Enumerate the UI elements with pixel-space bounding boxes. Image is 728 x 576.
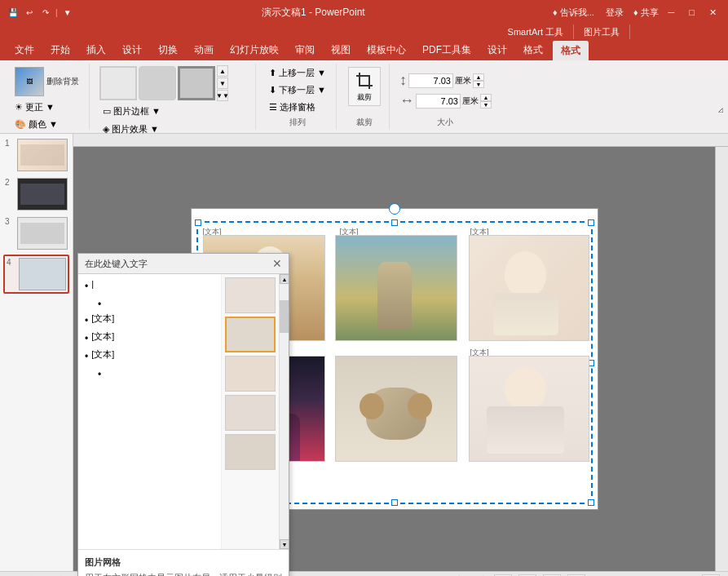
- tab-design[interactable]: 设计: [114, 39, 150, 60]
- style-thumb-2[interactable]: [139, 66, 176, 100]
- save-icon[interactable]: 💾: [7, 6, 20, 19]
- color-btn[interactable]: 🎨 颜色 ▼: [11, 117, 82, 132]
- sub-bullet-dot-1: •: [98, 299, 101, 310]
- smartart-panel-desc: 图片网格 用于在方形网格中显示图片布局。适用于少量级别 1 文本显示在图片上方的…: [78, 549, 289, 576]
- sub-bullet-input-1[interactable]: [104, 297, 217, 307]
- correction-label: 更正 ▼: [25, 101, 55, 113]
- tab-review[interactable]: 审阅: [287, 39, 323, 60]
- maximize-btn[interactable]: □: [684, 6, 699, 19]
- scroll-down-btn[interactable]: ▼: [280, 539, 289, 549]
- handle-bm[interactable]: [391, 499, 398, 506]
- smartart-panel-close-btn[interactable]: ✕: [272, 257, 282, 270]
- smartart-thumb-3[interactable]: [225, 356, 276, 392]
- slide-thumb-2[interactable]: 2: [3, 176, 69, 212]
- undo-icon[interactable]: ↩: [23, 6, 36, 19]
- smartart-thumb-5[interactable]: [225, 434, 276, 470]
- share-btn[interactable]: ♦ 共享: [633, 7, 659, 19]
- height-icon: ↕: [399, 72, 407, 89]
- correction-btn[interactable]: ☀ 更正 ▼: [11, 100, 82, 115]
- tab-transition[interactable]: 切换: [150, 39, 186, 60]
- tab-smartart-format[interactable]: 格式: [515, 39, 551, 60]
- handle-br[interactable]: [588, 499, 594, 506]
- ribbon: 🖼 删除背景 ☀ 更正 ▼ 🎨 颜色 ▼ ✦ 艺术效果 ▼ 调整: [0, 60, 728, 134]
- handle-tl[interactable]: [195, 219, 201, 226]
- crop-group-label: 裁剪: [356, 117, 373, 128]
- ribbon-group-size: ↕ 厘米 ▲ ▼ ↔ 厘米 ▲ ▼ 大小: [393, 64, 498, 130]
- style-scroll-up[interactable]: ▲: [217, 65, 228, 77]
- tab-insert[interactable]: 插入: [78, 39, 114, 60]
- tool-labels: SmartArt 工具 图片工具: [0, 24, 728, 39]
- smartart-text-area: • • • • •: [78, 274, 222, 549]
- smartart-panel: 在此处键入文字 ✕ • • • •: [77, 253, 289, 576]
- style-thumb-3[interactable]: [178, 66, 215, 100]
- correction-icon: ☀: [15, 102, 23, 113]
- slide-thumb-4[interactable]: 4: [3, 255, 69, 294]
- picture-tool-label: 图片工具: [574, 24, 630, 39]
- customize-icon[interactable]: ▼: [61, 6, 74, 19]
- style-scroll-down[interactable]: ▼: [217, 78, 228, 89]
- photo-cell-2[interactable]: [335, 235, 457, 341]
- remove-background-btn[interactable]: 🖼 删除背景: [11, 65, 82, 98]
- smartart-tool-label: SmartArt 工具: [498, 24, 574, 39]
- width-unit: 厘米: [462, 95, 479, 107]
- tab-animation[interactable]: 动画: [186, 39, 222, 60]
- slide-thumb-3[interactable]: 3: [3, 215, 69, 251]
- signin-btn[interactable]: 登录: [606, 7, 624, 19]
- width-down-btn[interactable]: ▼: [480, 101, 492, 109]
- app-title: 演示文稿1 - PowerPoint: [262, 6, 365, 20]
- bullet-input-4[interactable]: [91, 349, 214, 359]
- picture-border-btn[interactable]: ▭ 图片边框 ▼: [99, 104, 164, 119]
- tab-home[interactable]: 开始: [42, 39, 78, 60]
- remove-bg-label: 删除背景: [46, 76, 79, 87]
- handle-tm[interactable]: [391, 219, 398, 226]
- smartart-thumb-1[interactable]: [225, 277, 276, 313]
- move-down-btn[interactable]: ⬇ 下移一层 ▼: [266, 82, 329, 98]
- tab-slideshow[interactable]: 幻灯片放映: [222, 39, 287, 60]
- tab-view[interactable]: 视图: [323, 39, 359, 60]
- photo-cell-6[interactable]: [469, 356, 589, 462]
- slide-img-3: [17, 217, 68, 250]
- bullet-input-3[interactable]: [91, 331, 214, 341]
- height-down-btn[interactable]: ▼: [473, 81, 484, 88]
- size-expand-btn[interactable]: [713, 103, 723, 115]
- minimize-btn[interactable]: ─: [664, 6, 680, 19]
- tab-pdf[interactable]: PDF工具集: [414, 39, 479, 60]
- title-bar-right: ♦ 告诉我... 登录 ♦ 共享 ─ □ ✕: [553, 6, 721, 20]
- handle-tr[interactable]: [588, 219, 594, 226]
- h-ruler: [73, 134, 728, 147]
- bullet-dot-4: •: [85, 351, 88, 362]
- move-up-btn[interactable]: ⬆ 上移一层 ▼: [266, 65, 329, 81]
- bullet-input-2[interactable]: [91, 313, 214, 323]
- photo-cell-3[interactable]: [469, 235, 589, 341]
- scroll-up-btn[interactable]: ▲: [280, 274, 289, 284]
- feedback-btn[interactable]: ♦ 告诉我...: [553, 7, 594, 19]
- width-icon: ↔: [399, 92, 414, 109]
- style-thumb-1[interactable]: [99, 66, 137, 100]
- close-btn[interactable]: ✕: [704, 6, 721, 20]
- tab-smartart-design[interactable]: 设计: [479, 39, 515, 60]
- ribbon-group-adjust: 🖼 删除背景 ☀ 更正 ▼ 🎨 颜色 ▼ ✦ 艺术效果 ▼ 调整: [5, 64, 90, 130]
- sub-bullet-dot-2: •: [98, 369, 101, 380]
- width-up-btn[interactable]: ▲: [480, 94, 492, 101]
- sub-bullet-input-2[interactable]: [104, 367, 217, 377]
- tab-template[interactable]: 模板中心: [359, 39, 414, 60]
- selection-pane-btn[interactable]: ☰ 选择窗格: [266, 100, 319, 115]
- crop-btn[interactable]: 裁剪: [346, 65, 382, 108]
- bullet-input-1[interactable]: [91, 279, 214, 289]
- style-scroll-more[interactable]: ▼▼: [217, 90, 228, 101]
- tab-file[interactable]: 文件: [7, 39, 42, 60]
- smartart-thumb-4[interactable]: [225, 395, 276, 431]
- v-ruler: [715, 147, 728, 571]
- scroll-thumb[interactable]: [280, 300, 289, 333]
- width-input[interactable]: [416, 94, 461, 109]
- photo-cell-5[interactable]: [335, 356, 457, 462]
- slide-thumb-1[interactable]: 1: [3, 137, 69, 173]
- smartart-thumb-2[interactable]: [225, 317, 276, 352]
- move-up-icon: ⬆: [269, 68, 276, 78]
- height-up-btn[interactable]: ▲: [473, 73, 484, 81]
- ribbon-group-arrange: ⬆ 上移一层 ▼ ⬇ 下移一层 ▼ ☰ 选择窗格 排列: [259, 64, 337, 130]
- rotate-handle[interactable]: [389, 203, 400, 215]
- redo-icon[interactable]: ↷: [39, 6, 52, 19]
- tab-picture-format[interactable]: 格式: [551, 39, 590, 60]
- height-input[interactable]: [408, 73, 453, 88]
